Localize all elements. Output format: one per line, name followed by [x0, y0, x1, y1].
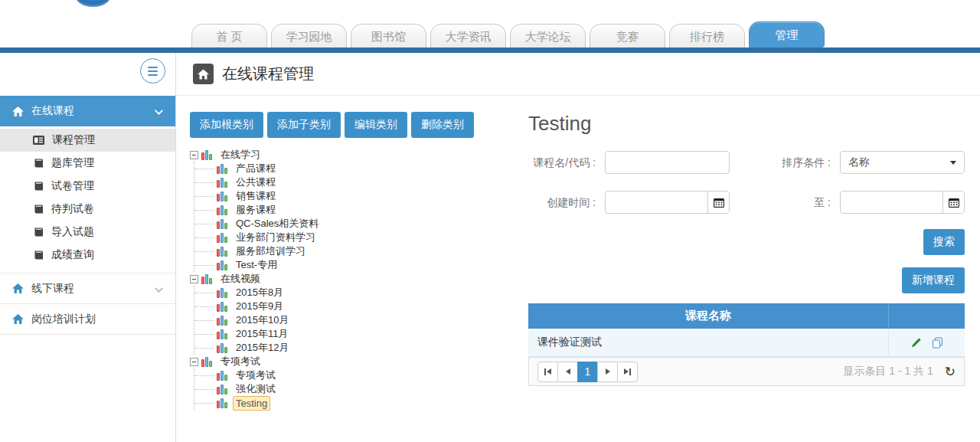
tree-children: 产品课程公共课程销售课程服务课程QC-Sales相关资料业务部门资料学习服务部培… — [194, 162, 521, 272]
course-name-column-header: 课程名称 — [528, 309, 888, 323]
sidebar-section-header[interactable]: 岗位培训计划 — [0, 303, 175, 334]
sidebar-toggle-button[interactable] — [140, 58, 165, 83]
sidebar-item-label: 课程管理 — [52, 133, 95, 147]
tree-children: 专项考试强化测试Testing — [194, 368, 521, 410]
sidebar-section-header[interactable]: 线下课程 — [0, 273, 175, 303]
category-toolbar-button[interactable]: 编辑类别 — [345, 112, 407, 138]
created-from-calendar-button[interactable] — [707, 192, 729, 213]
edit-button[interactable] — [910, 337, 922, 349]
sidebar-items: 课程管理题库管理试卷管理待判试卷导入试题成绩查询 — [0, 126, 175, 273]
course-name-label: 课程名/代码 : — [528, 156, 596, 170]
refresh-icon[interactable]: ↻ — [945, 365, 956, 378]
sidebar-section-label: 岗位培训计划 — [31, 313, 96, 326]
tree-collapse-icon[interactable] — [190, 151, 198, 159]
nav-tab[interactable]: 首 页 — [191, 24, 267, 47]
tree-node-icon — [201, 274, 214, 284]
sidebar-item-label: 题库管理 — [51, 156, 94, 170]
tree-node-icon — [217, 316, 229, 326]
tree-node-icon — [217, 371, 229, 381]
sidebar-item[interactable]: 待判试卷 — [0, 198, 175, 221]
tree-node-icon — [217, 178, 229, 188]
tree-root-node: 在线视频2015年8月2015年9月2015年10月2015年11月2015年1… — [190, 272, 521, 355]
sidebar-item[interactable]: 试卷管理 — [0, 175, 175, 198]
created-to-calendar-button[interactable] — [942, 192, 964, 213]
created-label: 创建时间 : — [528, 195, 596, 210]
sort-select-value: 名称 — [848, 156, 870, 169]
sidebar-menu: 在线课程课程管理题库管理试卷管理待判试卷导入试题成绩查询线下课程岗位培训计划 — [0, 96, 175, 335]
pager-first-button[interactable] — [537, 362, 558, 382]
pager-prev-button[interactable] — [557, 362, 578, 382]
pager: 1 — [537, 362, 638, 382]
nav-tab[interactable]: 图书馆 — [351, 24, 426, 47]
sidebar-item[interactable]: 成绩查询 — [0, 244, 175, 267]
to-label: 至 : — [730, 195, 831, 210]
tree-collapse-icon[interactable] — [190, 275, 198, 283]
search-button[interactable]: 搜索 — [923, 229, 965, 255]
app-root: 首 页学习园地图书馆大学资讯大学论坛竞赛排行榜管理 在线课程课程管理题库管理试卷… — [0, 0, 980, 442]
search-form-row-1: 课程名/代码 : 排序条件 : 名称 — [528, 151, 965, 174]
course-actions-cell — [888, 329, 965, 356]
tree-node-label: 强化测试 — [233, 381, 279, 398]
panel-heading: Testing — [528, 112, 965, 136]
sidebar-item-label: 成绩查询 — [51, 248, 94, 262]
sidebar-item[interactable]: 导入试题 — [0, 221, 175, 244]
tree-node-icon — [217, 343, 229, 353]
home-icon — [12, 314, 24, 324]
calendar-icon — [949, 198, 959, 208]
book-icon — [33, 159, 44, 168]
tree-node-icon — [217, 164, 229, 174]
category-toolbar-button[interactable]: 添加根类别 — [190, 112, 263, 138]
pager-page-button[interactable]: 1 — [577, 362, 598, 382]
book-icon — [33, 182, 44, 191]
sort-label: 排序条件 : — [730, 156, 831, 170]
sidebar: 在线课程课程管理题库管理试卷管理待判试卷导入试题成绩查询线下课程岗位培训计划 — [0, 53, 176, 442]
category-toolbar: 添加根类别添加子类别编辑类别删除类别 — [190, 112, 521, 138]
tree-node-icon — [217, 385, 229, 395]
nav-tab[interactable]: 管理 — [749, 21, 825, 47]
tree-node-icon — [217, 288, 229, 298]
category-toolbar-button[interactable]: 删除类别 — [411, 112, 474, 138]
tree-node-icon — [201, 357, 214, 367]
book-icon — [33, 205, 44, 214]
table-row: 课件验证测试 — [528, 329, 965, 357]
pager-next-button[interactable] — [597, 362, 618, 382]
course-name-input[interactable] — [605, 151, 730, 174]
sidebar-item[interactable]: 题库管理 — [0, 152, 175, 175]
add-course-button[interactable]: 新增课程 — [902, 267, 965, 293]
page-title-bar: 在线课程管理 — [176, 53, 980, 96]
calendar-icon — [714, 198, 724, 208]
tree-child-row[interactable]: 强化测试 — [194, 382, 521, 396]
sidebar-section-label: 线下课程 — [31, 282, 74, 296]
top-header: 首 页学习园地图书馆大学资讯大学论坛竞赛排行榜管理 — [0, 0, 980, 47]
chevron-down-icon — [155, 110, 163, 115]
select-arrow-icon — [950, 161, 956, 165]
nav-tab[interactable]: 学习园地 — [271, 24, 347, 47]
nav-tab[interactable]: 大学论坛 — [510, 24, 586, 47]
sidebar-section: 岗位培训计划 — [0, 303, 175, 334]
nav-tab[interactable]: 排行榜 — [669, 24, 745, 47]
copy-icon — [932, 337, 943, 349]
copy-button[interactable] — [932, 337, 943, 349]
edit-icon — [910, 337, 922, 349]
pager-last-button[interactable] — [617, 362, 638, 382]
tree-node-icon — [217, 219, 229, 229]
tree-child-row[interactable]: Testing — [194, 396, 521, 410]
sidebar-section-header[interactable]: 在线课程 — [0, 96, 175, 126]
nav-tab[interactable]: 大学资讯 — [430, 24, 506, 47]
sidebar-item[interactable]: 课程管理 — [0, 129, 175, 152]
tree-collapse-icon[interactable] — [190, 358, 198, 366]
header-divider — [0, 47, 980, 53]
sort-select[interactable]: 名称 — [840, 151, 965, 174]
site-logo — [76, 0, 110, 7]
tree-node-icon — [217, 302, 229, 312]
tree-node-label: Testing — [233, 396, 270, 411]
course-table-header: 课程名称 — [528, 303, 965, 329]
nav-tab[interactable]: 竞赛 — [590, 24, 665, 47]
pagination-bar: 1 显示条目 1 - 1 共 1 ↻ — [528, 357, 965, 386]
sidebar-section: 线下课程 — [0, 273, 175, 303]
category-toolbar-button[interactable]: 添加子类别 — [267, 112, 341, 138]
page-home-icon — [193, 64, 214, 84]
tree-node-icon — [217, 329, 229, 339]
pagination-summary: 显示条目 1 - 1 共 1 — [843, 365, 933, 378]
sidebar-item-label: 待判试卷 — [51, 202, 94, 216]
